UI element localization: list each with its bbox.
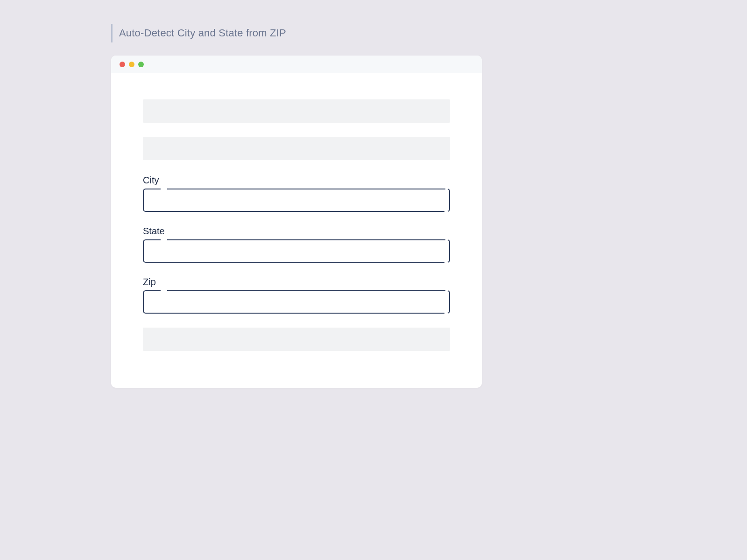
window-content: City State Zip xyxy=(111,73,482,351)
zip-input-frame xyxy=(143,290,450,314)
state-input-frame xyxy=(143,239,450,263)
page-title: Auto-Detect City and State from ZIP xyxy=(119,27,286,39)
state-label: State xyxy=(143,226,450,237)
city-input[interactable] xyxy=(144,189,449,211)
state-input[interactable] xyxy=(144,240,449,262)
app-window: City State Zip xyxy=(111,56,482,388)
zip-input[interactable] xyxy=(144,291,449,313)
city-field-group: City xyxy=(143,175,450,212)
zip-field-group: Zip xyxy=(143,277,450,314)
placeholder-block xyxy=(143,328,450,351)
placeholder-block xyxy=(143,99,450,123)
minimize-icon[interactable] xyxy=(129,62,134,67)
city-input-frame xyxy=(143,189,450,212)
placeholder-block xyxy=(143,137,450,160)
zoom-icon[interactable] xyxy=(138,62,144,67)
page-header: Auto-Detect City and State from ZIP xyxy=(111,24,286,42)
city-label: City xyxy=(143,175,450,186)
zip-label: Zip xyxy=(143,277,450,287)
window-titlebar xyxy=(111,56,482,73)
close-icon[interactable] xyxy=(120,62,125,67)
state-field-group: State xyxy=(143,226,450,263)
title-accent-bar xyxy=(111,24,113,42)
